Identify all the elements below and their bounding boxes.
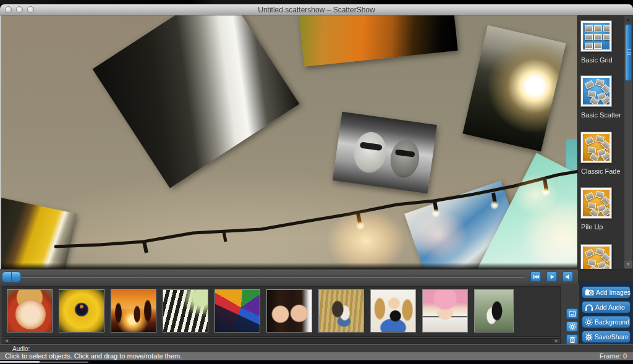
- add-images-button[interactable]: Add Images: [582, 286, 631, 298]
- filmstrip-thumbnail[interactable]: [422, 289, 468, 332]
- preview-bottom-shade: [1, 263, 578, 269]
- actions-panel: Add Images Add Audio: [579, 281, 633, 344]
- gear-icon: [569, 323, 576, 331]
- filmstrip-thumbnail[interactable]: [474, 289, 514, 332]
- window-title: Untitled.scattershow – ScatterShow: [0, 6, 633, 14]
- apply-image-button[interactable]: [566, 308, 578, 319]
- sun-icon: [585, 318, 593, 326]
- timeline-scrubber-row: [0, 269, 633, 284]
- template-label: Pile Up: [581, 223, 622, 231]
- image-icon: [569, 310, 576, 318]
- filmstrip-thumbnail[interactable]: [111, 289, 156, 332]
- main-area: Basic Grid Basic Scatter Classic Fade Pi…: [0, 15, 633, 269]
- background-button[interactable]: Background: [582, 316, 631, 328]
- scrollbar-thumb[interactable]: [625, 24, 632, 81]
- template-item-classic-fade[interactable]: Classic Fade: [581, 132, 622, 175]
- headphones-icon: [585, 303, 593, 311]
- desktop-bottom-strip: [0, 360, 633, 364]
- hscroll-right-icon[interactable]: ▶: [553, 339, 560, 343]
- template-thumbnail: [581, 76, 611, 106]
- skip-to-start-button[interactable]: [530, 271, 541, 282]
- mini-photo-icon: [594, 43, 602, 49]
- desktop-top-strip: [0, 0, 633, 4]
- string-lights-graphic: [1, 15, 578, 269]
- mini-photo-icon: [585, 192, 595, 201]
- mini-photo-icon: [585, 43, 593, 49]
- audio-status-row: Audio:: [0, 344, 633, 352]
- hscroll-left-icon[interactable]: ◀: [3, 339, 10, 343]
- template-label: Basic Grid: [581, 56, 622, 64]
- skip-to-start-icon: [532, 273, 540, 281]
- template-item-basic-scatter[interactable]: Basic Scatter: [581, 76, 622, 119]
- save-share-label: Save/Share: [595, 333, 629, 341]
- titlebar[interactable]: Untitled.scattershow – ScatterShow: [0, 4, 633, 15]
- light-bulb-glow: [355, 220, 366, 231]
- template-label: Classic Fade: [581, 167, 622, 175]
- frame-counter: Frame: 0: [600, 352, 627, 360]
- hint-text: Click to select objects. Click and drag …: [5, 352, 182, 360]
- filmstrip-thumbnail[interactable]: [266, 289, 312, 332]
- template-thumbnail: [581, 21, 611, 51]
- template-item-pile-up[interactable]: Pile Up: [581, 188, 622, 231]
- mini-photo-icon: [585, 34, 593, 40]
- filmstrip-thumbnail[interactable]: [7, 289, 53, 332]
- filmstrip-thumbnail[interactable]: [163, 289, 208, 332]
- mini-photo-icon: [585, 137, 595, 145]
- scrubber-handle[interactable]: [2, 271, 21, 282]
- desktop-artifact: [40, 362, 88, 363]
- screen: Untitled.scattershow – ScatterShow: [0, 0, 633, 364]
- mini-photo-icon: [594, 25, 602, 32]
- mute-button[interactable]: [563, 271, 573, 282]
- bottom-panel: ◀ ▶: [0, 284, 633, 344]
- hint-status-row: Click to select objects. Click and drag …: [0, 352, 633, 360]
- light-bulb-glow: [489, 200, 500, 211]
- camera-icon: [585, 289, 594, 296]
- template-thumbnail: [581, 245, 611, 269]
- filmstrip-thumbnail[interactable]: [318, 289, 364, 332]
- template-label: Basic Scatter: [581, 111, 622, 119]
- add-audio-button[interactable]: Add Audio: [582, 301, 631, 313]
- mini-photo-icon: [585, 25, 593, 32]
- filmstrip-thumbnail[interactable]: [59, 289, 104, 332]
- sidebar-scrollbar[interactable]: ▲ ▼: [624, 16, 632, 269]
- desktop-artifact: [0, 361, 40, 363]
- mini-photo-icon: [603, 34, 611, 40]
- add-audio-label: Add Audio: [595, 303, 625, 311]
- scroll-up-icon[interactable]: ▲: [624, 16, 632, 23]
- settings-button[interactable]: [566, 321, 578, 332]
- template-item-partial[interactable]: [581, 245, 622, 269]
- badge-icon: [585, 333, 593, 341]
- scroll-down-icon[interactable]: ▼: [624, 261, 632, 268]
- save-share-button[interactable]: Save/Share: [582, 331, 631, 343]
- template-thumbnail: [581, 132, 611, 163]
- filmstrip-scrollbar[interactable]: ◀ ▶: [2, 338, 561, 344]
- delete-button[interactable]: [566, 334, 578, 345]
- filmstrip: [2, 286, 561, 337]
- template-sidebar: Basic Grid Basic Scatter Classic Fade Pi…: [578, 15, 633, 269]
- mini-photo-icon: [594, 34, 602, 40]
- scrubber-track[interactable]: [1, 276, 525, 278]
- filmstrip-thumbnail[interactable]: [215, 289, 260, 332]
- add-images-label: Add Images: [596, 289, 631, 296]
- template-thumbnail: [581, 188, 611, 218]
- scrollbar-grip: [627, 49, 631, 56]
- background-label: Background: [595, 318, 629, 326]
- light-bulb-glow: [540, 187, 551, 198]
- template-item-basic-grid[interactable]: Basic Grid: [581, 21, 622, 64]
- filmstrip-thumbnail[interactable]: [370, 289, 416, 332]
- preview-canvas[interactable]: [0, 15, 578, 269]
- mini-photo-icon: [585, 249, 595, 258]
- mini-photo-icon: [603, 25, 611, 32]
- speaker-icon: [564, 273, 572, 281]
- play-icon: [548, 273, 556, 281]
- play-button[interactable]: [546, 271, 557, 282]
- mini-photo-icon: [585, 80, 595, 89]
- audio-label: Audio:: [12, 345, 30, 352]
- light-bulb-glow: [430, 208, 441, 219]
- trash-icon: [569, 336, 576, 344]
